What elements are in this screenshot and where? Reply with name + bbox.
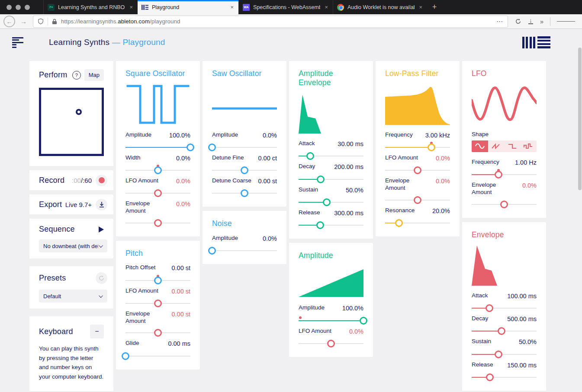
new-tab-button[interactable]: + [427, 0, 442, 14]
slider-knob[interactable] [360, 317, 367, 325]
slider-track[interactable] [472, 331, 537, 331]
scrollbar-thumb[interactable] [578, 48, 582, 190]
slider-knob[interactable] [241, 166, 248, 174]
reload-icon[interactable] [511, 18, 525, 25]
zoom-window-button[interactable] [25, 5, 30, 10]
slider-knob[interactable] [486, 304, 493, 312]
slider-track[interactable] [212, 250, 277, 251]
tab-webassembly-specs[interactable]: WA Specifications - WebAssembly × [238, 0, 333, 14]
square-shape-button[interactable] [504, 140, 521, 152]
slider-track[interactable] [385, 170, 450, 171]
export-download-button[interactable] [96, 199, 107, 210]
slider-track[interactable] [299, 320, 363, 321]
sawtooth-shape-button[interactable] [488, 140, 505, 152]
overflow-chevrons-icon[interactable]: » [537, 18, 547, 25]
slider-knob[interactable] [306, 152, 314, 160]
ableton-logo[interactable] [522, 36, 551, 48]
hamburger-menu-icon[interactable] [553, 20, 579, 23]
slider-knob[interactable] [316, 221, 324, 229]
record-button[interactable] [96, 175, 107, 186]
slider-track[interactable] [299, 202, 363, 203]
slider-knob[interactable] [154, 189, 162, 197]
slider-knob[interactable] [498, 327, 505, 335]
forward-button[interactable]: → [18, 18, 29, 25]
ableton-icon [141, 4, 148, 11]
url-bar[interactable]: https://learningsynths.ableton.com/playg… [33, 16, 508, 28]
slider-knob[interactable] [154, 300, 162, 307]
minimize-window-button[interactable] [16, 5, 21, 10]
collapse-button[interactable]: − [90, 325, 104, 338]
slider-track[interactable] [212, 193, 277, 194]
page-actions-icon[interactable]: ⋯ [496, 18, 503, 25]
slider-knob[interactable] [428, 143, 435, 151]
slider-track[interactable] [472, 377, 537, 378]
slider-label: Pitch Offset [125, 264, 156, 271]
presets-reset-button[interactable] [96, 272, 107, 284]
slider-knob[interactable] [323, 198, 331, 206]
slider-knob[interactable] [327, 340, 335, 347]
tab-audio-worklet[interactable]: Audio Worklet is now available t × [333, 0, 427, 14]
close-icon[interactable]: × [418, 4, 423, 10]
close-icon[interactable]: × [129, 4, 134, 10]
slider-knob[interactable] [395, 219, 403, 227]
xy-pad-cursor[interactable] [76, 109, 82, 115]
close-icon[interactable]: × [324, 4, 329, 10]
slider-track[interactable] [385, 223, 450, 223]
slider-knob[interactable] [122, 352, 129, 360]
slider-knob[interactable] [154, 277, 162, 284]
presets-dropdown[interactable]: Default [39, 290, 107, 303]
xy-pad[interactable] [39, 88, 104, 156]
slider-track[interactable] [299, 156, 363, 156]
slider-knob[interactable] [414, 166, 421, 174]
site-menu-icon[interactable] [12, 37, 23, 48]
download-icon[interactable]: ↓ [525, 19, 537, 24]
slider-track[interactable] [212, 147, 277, 148]
slider-track[interactable] [125, 356, 190, 357]
slider-track[interactable] [472, 308, 537, 309]
slider-knob[interactable] [154, 219, 162, 227]
slider-knob[interactable] [414, 196, 421, 204]
slider-knob[interactable] [186, 143, 194, 151]
slider-row: Pitch Offset0.00 st [125, 264, 190, 280]
slider-knob[interactable] [154, 329, 162, 337]
slider-track[interactable] [299, 225, 363, 226]
slider-track[interactable] [125, 280, 190, 281]
play-icon[interactable] [99, 226, 104, 233]
close-window-button[interactable] [6, 5, 12, 10]
help-icon[interactable]: ? [72, 71, 81, 80]
slider-track[interactable] [472, 174, 537, 175]
slider-track[interactable] [125, 193, 190, 194]
sine-shape-button[interactable] [472, 140, 488, 152]
slider-knob[interactable] [500, 201, 508, 208]
tab-learning-synths-rnbo[interactable]: 7+ Learning Synths and RNBO | Cy × [43, 0, 138, 14]
slider-knob[interactable] [495, 171, 502, 178]
slider-track[interactable] [125, 303, 190, 304]
slider-value: 0.00 ms [168, 340, 190, 347]
slider-knob[interactable] [208, 143, 216, 151]
tab-playground[interactable]: Playground × [138, 0, 238, 14]
slider-track[interactable] [385, 200, 450, 201]
slider-knob[interactable] [495, 351, 502, 358]
back-button[interactable]: ← [3, 16, 15, 27]
slider-track[interactable] [125, 170, 190, 171]
slider-knob[interactable] [486, 373, 494, 381]
close-icon[interactable]: × [229, 4, 235, 10]
map-button[interactable]: Map [84, 69, 104, 81]
shield-icon[interactable] [38, 18, 44, 25]
slider-track[interactable] [472, 204, 537, 205]
slider-track[interactable] [125, 147, 190, 148]
slider-track[interactable] [299, 343, 363, 344]
slider-knob[interactable] [241, 189, 248, 197]
sequence-dropdown[interactable]: No downbeat (with delay) [39, 239, 107, 252]
slider-track[interactable] [125, 223, 190, 223]
slider-label: LFO Amount [125, 287, 158, 295]
slider-track[interactable] [472, 354, 537, 355]
slider-track[interactable] [299, 179, 363, 180]
slider-knob[interactable] [317, 175, 325, 183]
random-shape-button[interactable] [521, 140, 537, 152]
slider-knob[interactable] [154, 166, 162, 174]
slider-track[interactable] [125, 332, 190, 333]
slider-track[interactable] [212, 170, 277, 171]
slider-track[interactable] [385, 147, 450, 148]
slider-knob[interactable] [208, 247, 216, 255]
